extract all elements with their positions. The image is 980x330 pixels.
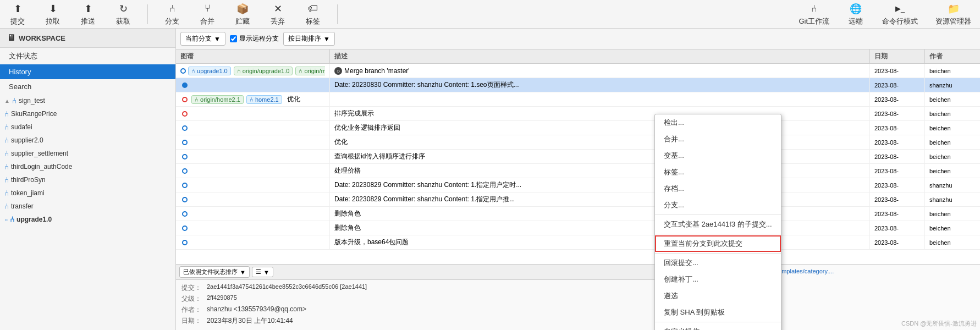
current-branch-dropdown[interactable]: 当前分支 ▼ bbox=[180, 32, 225, 46]
toolbar-item-terminal[interactable]: ▶_ 命令行模式 bbox=[878, 0, 922, 29]
toolbar-item-fetch[interactable]: ↻ 获取 bbox=[110, 0, 136, 29]
commit-row[interactable]: 删除角色 2023-08- beichen bbox=[176, 221, 980, 235]
sidebar-branch-thirdLogin_authCode[interactable]: ⑃ thirdLogin_authCode bbox=[0, 160, 175, 173]
branch-label-thirdProSyn: thirdProSyn bbox=[11, 176, 46, 184]
toolbar-item-gitflow[interactable]: ⑃ Git工作流 bbox=[794, 0, 834, 29]
commit-row[interactable]: 处理价格 2023-08- beichen bbox=[176, 164, 980, 178]
author-5: beichen bbox=[929, 125, 951, 131]
discard-label: 丢弃 bbox=[271, 16, 285, 26]
cell-date-3: 2023-08- bbox=[870, 92, 925, 106]
cell-date-11: 2023-08- bbox=[870, 207, 925, 221]
list-view-dropdown[interactable]: ☰ ▼ bbox=[252, 267, 273, 277]
sidebar-nav-history[interactable]: History bbox=[0, 64, 175, 79]
commit-row[interactable]: 查询根据id传入得顺序进行排序 2023-08- beichen bbox=[176, 150, 980, 164]
commit-desc-13: 版本升级，base64包问题 bbox=[334, 238, 409, 247]
commit-desc-6: 优化 bbox=[334, 138, 348, 147]
toolbar-item-explorer[interactable]: 📁 资源管理器 bbox=[931, 0, 976, 29]
branch-icon-supplier2: ⑃ bbox=[4, 136, 9, 145]
context-menu-item-custom[interactable]: 自定义操作 bbox=[655, 323, 781, 330]
context-menu-item-reset[interactable]: 重置当前分支到此次提交 bbox=[655, 235, 781, 252]
sidebar-branch-token_jiami[interactable]: ⑃ token_jiami bbox=[0, 186, 175, 200]
terminal-label: 命令行模式 bbox=[882, 16, 918, 26]
context-menu-item-cherry-pick-patch[interactable]: 创建补丁... bbox=[655, 271, 781, 288]
fetch-label: 获取 bbox=[116, 16, 130, 26]
toolbar-item-merge[interactable]: ⑂ 合并 bbox=[194, 0, 221, 29]
sidebar-branch-transfer[interactable]: ⑃ transfer bbox=[0, 200, 175, 213]
content-area: 当前分支 ▼ 显示远程分支 按日期排序 ▼ 图谱 描述 日期 作者 bbox=[176, 29, 980, 330]
sidebar-branch-thirdProSyn[interactable]: ⑃ thirdProSyn bbox=[0, 173, 175, 186]
sidebar-branch-sudafei[interactable]: ⑃ sudafei bbox=[0, 120, 175, 134]
branch-label-sudafei: sudafei bbox=[11, 123, 32, 131]
context-menu-item-merge[interactable]: 合并... bbox=[655, 131, 781, 147]
show-remote-checkbox[interactable] bbox=[230, 35, 237, 42]
header-desc: 描述 bbox=[330, 50, 870, 63]
cell-graph-3: ⑃ origin/home2.1 ⑃ home2.1 优化 bbox=[176, 92, 330, 106]
commit-row[interactable]: ⑃ upgrade1.0 ⑃ origin/upgrade1.0 ⑃ origi… bbox=[176, 64, 980, 78]
sidebar-nav-search[interactable]: Search bbox=[0, 79, 175, 94]
bottom-toolbar: 已依照文件状态排序 ▼ ☰ ▼ bbox=[176, 265, 716, 280]
context-menu-item-rollback[interactable]: 回滚提交... bbox=[655, 255, 781, 271]
cell-author-4: beichen bbox=[925, 107, 980, 120]
author-8: beichen bbox=[929, 168, 951, 174]
show-remote-checkbox-label[interactable]: 显示远程分支 bbox=[230, 34, 279, 43]
branch-icon-upgrade: ⑃ bbox=[10, 215, 14, 224]
commit-row[interactable]: Date: 20230829 Committer: shanzhu Conten… bbox=[176, 193, 980, 207]
context-menu-item-rebase[interactable]: 变基... bbox=[655, 147, 781, 164]
commit-row[interactable]: 优化 2023-08- beichen bbox=[176, 135, 980, 150]
cell-date-8: 2023-08- bbox=[870, 164, 925, 178]
author-6: beichen bbox=[929, 139, 951, 146]
sidebar-branch-upgrade1.0[interactable]: ○ ⑃ upgrade1.0 bbox=[0, 213, 175, 226]
sort-by-file-dropdown[interactable]: 已依照文件状态排序 ▼ bbox=[179, 266, 250, 278]
date-10: 2023-08- bbox=[874, 196, 899, 203]
author-4: beichen bbox=[929, 111, 951, 117]
sort-by-date-dropdown[interactable]: 按日期排序 ▼ bbox=[283, 32, 335, 46]
toolbar-item-stash[interactable]: 📦 贮藏 bbox=[229, 0, 256, 29]
current-branch-label: 当前分支 bbox=[185, 34, 212, 43]
main-toolbar: ⬆ 提交 ⬇ 拉取 ⬆ 推送 ↻ 获取 ⑃ 分支 ⑂ 合并 📦 贮藏 ✕ 丢弃 … bbox=[0, 0, 980, 29]
commit-row[interactable]: Date: 20230829 Committer: shanzhu Conten… bbox=[176, 178, 980, 193]
context-menu-item-branch[interactable]: 分支... bbox=[655, 197, 781, 213]
sidebar-branch-supplier_settlement[interactable]: ⑃ supplier_settlement bbox=[0, 147, 175, 160]
toolbar-item-pull[interactable]: ⬇ 拉取 bbox=[40, 0, 66, 29]
cell-author-11: beichen bbox=[925, 207, 980, 221]
toolbar-item-discard[interactable]: ✕ 丢弃 bbox=[265, 0, 291, 29]
commit-row[interactable]: 删除角色 2023-08- beichen bbox=[176, 207, 980, 221]
commit-desc-7: 查询根据id传入得顺序进行排序 bbox=[334, 152, 425, 161]
commit-row[interactable]: 版本升级，base64包问题 2023-08- beichen bbox=[176, 235, 980, 250]
context-menu-item-checkout[interactable]: 检出... bbox=[655, 114, 781, 131]
sidebar-nav-file-status[interactable]: 文件状态 bbox=[0, 48, 175, 64]
tag-home2: ⑃ home2.1 bbox=[246, 95, 282, 104]
cell-graph-10 bbox=[176, 193, 330, 206]
context-menu-item-copy-sha[interactable]: 复制 SHA 到剪贴板 bbox=[655, 304, 781, 321]
context-menu-item-cherry[interactable]: 遴选 bbox=[655, 288, 781, 304]
terminal-icon: ▶_ bbox=[893, 2, 908, 15]
chevron-down-icon: ▼ bbox=[214, 35, 221, 43]
toolbar-item-push[interactable]: ⬆ 推送 bbox=[75, 0, 101, 29]
context-menu-item-archive[interactable]: 存档... bbox=[655, 180, 781, 197]
commit-row[interactable]: 优化业务逻辑排序返回 2023-08- beichen bbox=[176, 121, 980, 135]
list-icon: ☰ bbox=[256, 268, 261, 276]
sidebar-branch-sign_test[interactable]: ▲ ⑃ sign_test bbox=[0, 94, 175, 107]
cell-graph-11 bbox=[176, 207, 330, 221]
commit-row[interactable]: ⑃ origin/home2.1 ⑃ home2.1 优化 2023-08- b… bbox=[176, 92, 980, 107]
toolbar-item-commit[interactable]: ⬆ 提交 bbox=[4, 0, 31, 29]
context-menu-item-interactive-rebase[interactable]: 交互式变基 2ae1441f3 的子提交... bbox=[655, 216, 781, 233]
date-8: 2023-08- bbox=[874, 168, 899, 174]
branch-icon-sudafei: ⑃ bbox=[4, 123, 9, 131]
author-label: 作者： bbox=[181, 305, 203, 315]
toolbar-item-tag[interactable]: 🏷 标签 bbox=[300, 0, 326, 29]
toolbar-item-branch[interactable]: ⑃ 分支 bbox=[159, 0, 185, 29]
pull-icon: ⬇ bbox=[45, 2, 60, 15]
context-menu-item-tag[interactable]: 标签... bbox=[655, 164, 781, 180]
toolbar-item-remote[interactable]: 🌐 远端 bbox=[843, 0, 869, 29]
commit-row[interactable]: 排序完成展示 2023-08- beichen bbox=[176, 107, 980, 121]
commit-desc-12: 删除角色 bbox=[334, 223, 361, 233]
commit-table: 图谱 描述 日期 作者 ⑃ upgrade1.0 bbox=[176, 50, 980, 264]
commit-desc-11: 删除角色 bbox=[334, 209, 361, 218]
nav-search-label: Search bbox=[9, 82, 31, 91]
commit-row[interactable]: Date: 20230830 Committer: shanzhu Conten… bbox=[176, 78, 980, 92]
sidebar-branch-supplier2[interactable]: ⑃ supplier2.0 bbox=[0, 134, 175, 147]
sort-file-label: 已依照文件状态排序 bbox=[183, 268, 238, 276]
sidebar-branch-SkuRangePrice[interactable]: ⑃ SkuRangePrice bbox=[0, 107, 175, 120]
push-label: 推送 bbox=[81, 16, 95, 26]
